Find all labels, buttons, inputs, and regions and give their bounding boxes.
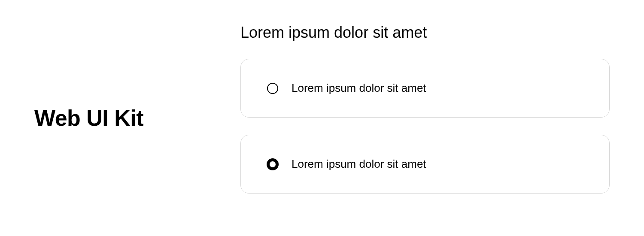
radio-option-label: Lorem ipsum dolor sit amet bbox=[292, 157, 426, 171]
right-panel: Lorem ipsum dolor sit amet Lorem ipsum d… bbox=[240, 0, 644, 211]
radio-checked-icon bbox=[267, 158, 279, 170]
kit-title: Web UI Kit bbox=[34, 105, 143, 131]
radio-option-2[interactable]: Lorem ipsum dolor sit amet bbox=[240, 135, 610, 194]
radio-unchecked-icon bbox=[267, 82, 279, 94]
radio-option-label: Lorem ipsum dolor sit amet bbox=[292, 82, 426, 95]
section-heading: Lorem ipsum dolor sit amet bbox=[240, 24, 610, 42]
radio-option-1[interactable]: Lorem ipsum dolor sit amet bbox=[240, 59, 610, 118]
left-panel: Web UI Kit bbox=[0, 105, 240, 131]
